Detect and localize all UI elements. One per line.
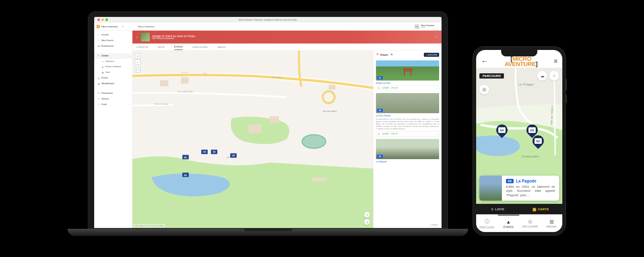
minimize-window-icon[interactable] — [101, 19, 104, 21]
image-icon: ▦ — [549, 219, 554, 224]
fullscreen-button[interactable]: ⛶ — [135, 67, 140, 73]
sidebar-item-sheets[interactable]: ▤Fiches› — [94, 75, 132, 81]
step-gps: GPS OK — [391, 87, 398, 89]
heart-icon: ♡ — [97, 39, 100, 42]
add-step-button[interactable]: +AJOUTER — [424, 53, 439, 57]
chevron-down-icon: ⌄ — [436, 87, 438, 89]
zoom-out-button[interactable]: − — [135, 59, 140, 65]
sidebar-item-label: Parcours — [105, 60, 114, 64]
favorite-icon[interactable]: ♡ — [435, 35, 438, 39]
sidebar-item-events[interactable]: ▦Événements — [94, 44, 132, 49]
map-marker[interactable]: 02 — [230, 153, 237, 158]
sidebar-item-games[interactable]: ▣Jeux — [94, 70, 132, 75]
avatar: MA — [415, 24, 419, 29]
map-canvas[interactable]: Le Potager Rte de la Vendée Rue Joseph F… — [132, 51, 373, 228]
view-mode-tabs: ≡LISTE ▣CARTE — [476, 204, 562, 214]
steps-panel: 📍 Étapes 9 +AJOUTER 01 — [373, 51, 442, 228]
chevron-right-icon: › — [128, 77, 129, 80]
step-card[interactable]: 02 Le Pont Khmer Ce pont porte le nom de… — [376, 93, 439, 137]
sidebar-item-label: Gestion — [101, 97, 109, 101]
sidebar-item-settings[interactable]: ⚙Paramètres› — [94, 91, 132, 96]
sidebar-item-profile[interactable]: ☺Profil› — [94, 102, 132, 108]
sidebar-item-favorites[interactable]: ♡Mes Favoris — [94, 38, 132, 44]
user-menu[interactable]: MA Micro Aventure Admin ⌄ — [415, 24, 439, 29]
sidebar-item-poi[interactable]: ◆Points d'intêrets — [94, 64, 132, 70]
map-attribution: SPO by Agence LUCIE | OpenStreetMap — [133, 224, 165, 227]
trash-button[interactable]: Corbeille — [429, 224, 439, 226]
step-meta[interactable]: L OUVERT GPS OK ⌄ — [376, 85, 439, 91]
sidebar-item-manage[interactable]: ✎Gestion› — [94, 96, 132, 102]
step-card[interactable]: 01 Entrée du Parc L OUVERT GPS OK ⌄ — [376, 60, 439, 91]
brand-logo-icon — [97, 25, 100, 28]
map-label-road: D 20 — [203, 73, 207, 75]
svg-rect-1 — [160, 80, 169, 86]
nav-medias[interactable]: ▦MÉDIAS — [541, 215, 563, 232]
tab-media[interactable]: MÉDIAS — [217, 44, 226, 50]
compass-icon: ◎ — [528, 219, 532, 224]
tab-list[interactable]: ≡LISTE — [476, 204, 519, 214]
step-description: Edifié en 1903, ce bâtiment de style Nor… — [506, 185, 555, 197]
file-icon: ▤ — [97, 77, 100, 80]
map-locate-button[interactable]: ◎ — [364, 219, 370, 225]
tab-info[interactable]: INFOS — [158, 44, 165, 50]
plus-icon: + — [426, 54, 427, 56]
sidebar-item-library[interactable]: ▦Médiathèque — [94, 81, 132, 87]
sidebar-item-label: Profil — [101, 103, 107, 107]
route-icon: ▭ — [101, 60, 104, 63]
sidebar-item-guides[interactable]: ✦Guides⌄ — [94, 53, 132, 59]
sidebar-item-routes[interactable]: ▭Parcours — [94, 59, 132, 64]
locate-button[interactable]: ◎ — [479, 85, 489, 94]
map-marker[interactable]: 03 — [526, 124, 538, 136]
menu-icon[interactable]: ≡ — [554, 58, 557, 65]
map-zoom-controls: + − ⛶ — [135, 53, 140, 73]
map-marker[interactable]: 04 — [201, 149, 208, 154]
map-marker[interactable]: 03 — [211, 149, 217, 154]
tab-map[interactable]: ▣CARTE — [519, 204, 562, 214]
app-header: Micro-Aventure ≡ Micro-Aventure MA Micro… — [94, 23, 442, 31]
breadcrumb: Micro-Aventure — [135, 25, 415, 28]
map-marker[interactable]: 05 — [182, 155, 189, 160]
mobile-map[interactable]: Le Potager Embarcadère Allée des Tulipie… — [476, 68, 562, 204]
steps-title: Étapes — [380, 54, 388, 56]
step-preview-card[interactable]: 03 La Pagode Edifié en 1903, ce bâtiment… — [479, 176, 559, 201]
location-icon: ▲ — [506, 219, 511, 225]
laptop-device: Micro-Aventure • Parcours • Voyage en Or… — [88, 11, 448, 245]
compass-icon: ✦ — [97, 54, 100, 58]
gear-icon: ⚙ — [97, 91, 100, 95]
map-marker[interactable]: 06 — [182, 173, 189, 177]
pin-icon: 📍 — [376, 53, 379, 56]
favorite-icon[interactable]: ♥ — [549, 71, 559, 81]
svg-point-8 — [302, 135, 326, 148]
tab-steps[interactable]: ÉTAPES — [174, 44, 183, 50]
chevron-right-icon: › — [128, 97, 129, 100]
sidebar-item-home[interactable]: ⌂Accueil — [94, 32, 132, 38]
nav-etapes[interactable]: ▲ÉTAPES — [498, 215, 520, 232]
step-card[interactable]: 03 La Pagode — [376, 139, 439, 163]
list-icon: ≡ — [491, 207, 493, 211]
maximize-window-icon[interactable] — [105, 19, 108, 21]
brand-name: Micro-Aventure — [101, 25, 118, 28]
cloud-download-icon[interactable]: ☁ — [537, 71, 547, 81]
sidebar-toggle-icon[interactable]: ≡ — [122, 25, 125, 28]
map-layers-button[interactable]: ≡ — [364, 212, 370, 218]
tab-discover[interactable]: À DÉCOUVRIR — [192, 44, 208, 50]
map-marker[interactable]: 04 — [496, 124, 508, 136]
sidebar-item-label: Jeux — [105, 70, 110, 75]
back-icon[interactable]: ‹ — [136, 35, 138, 39]
svg-rect-5 — [329, 85, 336, 90]
step-title: La Pagode — [376, 160, 439, 163]
nav-decouvrir[interactable]: ◎DÉCOUVRIR — [519, 215, 541, 232]
map-marker[interactable]: 02 — [533, 135, 544, 147]
chevron-down-icon: ⌄ — [128, 54, 129, 57]
home-icon: ⌂ — [97, 33, 100, 37]
back-icon[interactable]: ← — [481, 57, 488, 66]
zoom-in-button[interactable]: + — [135, 53, 140, 59]
close-window-icon[interactable] — [97, 19, 100, 21]
step-badge: L — [378, 87, 380, 89]
mobile-app-screen: ← [MICRO AVENTURE] ≡ — [476, 50, 562, 232]
step-meta[interactable]: L OUVERT GPS OK ⌄ — [376, 131, 439, 137]
puzzle-icon: ▣ — [101, 71, 104, 75]
nav-parcours[interactable]: ⓘPARCOURS — [476, 215, 498, 232]
sidebar: ⌂Accueil ♡Mes Favoris ▦Événements ✦Guide… — [94, 31, 132, 228]
tab-about[interactable]: À PROPOS — [136, 44, 148, 50]
